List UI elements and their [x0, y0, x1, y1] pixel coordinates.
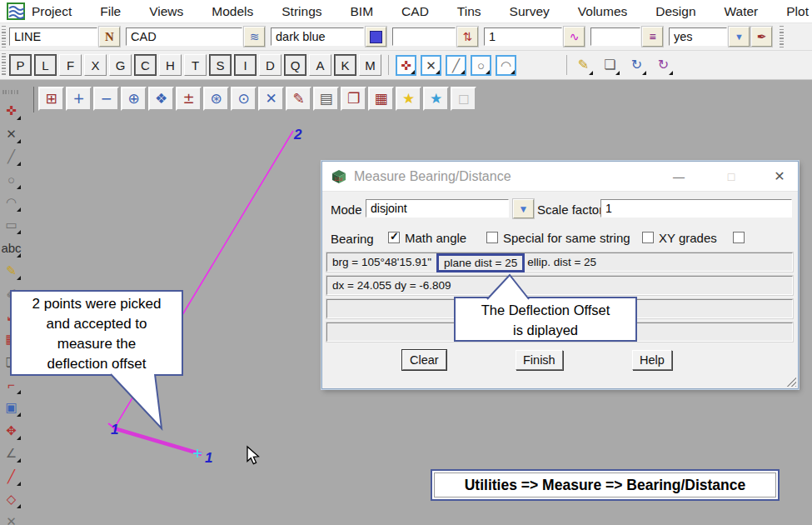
star-yellow-icon[interactable]: ★ [396, 87, 421, 111]
eyedropper-icon[interactable]: ✒ [751, 27, 772, 47]
snap-letter-button[interactable]: H [159, 54, 182, 76]
image-icon[interactable]: ▣ [2, 398, 21, 417]
snap-letter-button[interactable]: G [109, 54, 132, 76]
checkbox-box[interactable]: ✓ [733, 232, 745, 243]
point-dropdown-icon[interactable]: ▼ [729, 27, 750, 47]
pan-zoom-icon[interactable]: ⊕ [121, 87, 147, 111]
zoom-previous-icon[interactable]: ⊙ [231, 87, 257, 111]
menu-item[interactable]: Tins [457, 4, 481, 19]
colour-swatch-icon[interactable] [366, 27, 386, 47]
plot-view-icon[interactable]: ⊞ [38, 87, 64, 111]
close-button[interactable]: ✕ [769, 167, 790, 187]
cross-create-icon[interactable]: ✕ [2, 124, 21, 143]
menu-item[interactable]: Plot [786, 4, 809, 19]
extra-checkbox[interactable]: ✓ [733, 231, 750, 244]
math-angle-checkbox[interactable]: ✓ Math angle [388, 231, 466, 244]
sidebar-grip[interactable] [2, 90, 19, 94]
pan-hand-icon[interactable]: ❖ [148, 87, 174, 111]
height-z-icon[interactable]: ⇅ [457, 27, 478, 47]
menu-item[interactable]: Views [149, 4, 183, 19]
xy-grades-checkbox[interactable]: ✓ XY grades [642, 231, 717, 244]
text-create-icon[interactable]: abc [2, 238, 21, 258]
model-layers-icon[interactable]: ≋ [244, 27, 265, 47]
snap-letter-button[interactable]: F [59, 54, 82, 76]
cad-name-input[interactable] [9, 28, 97, 46]
checkbox-box[interactable]: ✓ [486, 232, 498, 243]
mode-dropdown-icon[interactable]: ▼ [513, 199, 534, 218]
weight-style-icon[interactable]: ∿ [564, 27, 585, 47]
delete-point-icon[interactable]: ✕ [2, 512, 21, 525]
redraw-icon[interactable]: ✕ [258, 87, 284, 111]
colour-line-icon[interactable]: ╱ [2, 467, 21, 486]
copy-view-icon[interactable]: ❐ [341, 87, 366, 111]
cad-height-input[interactable] [392, 28, 456, 46]
cad-model-input[interactable] [126, 28, 242, 46]
mode-input[interactable] [366, 199, 509, 218]
brush-icon[interactable]: ✎ [286, 87, 311, 111]
arc-create-icon[interactable]: ◠ [2, 192, 21, 212]
dialog-resize-grip[interactable] [786, 377, 796, 387]
corner-edit-icon[interactable]: ⌐ [2, 375, 21, 394]
zoom-in-icon[interactable]: + [66, 87, 92, 111]
line-create-icon[interactable]: ╱ [2, 147, 21, 166]
menu-item[interactable]: Water [725, 4, 759, 19]
snap-letter-button[interactable]: S [209, 54, 232, 76]
circle-snap-icon[interactable]: ○ [471, 55, 491, 76]
restring-icon[interactable]: ↻ [627, 56, 646, 75]
snap-letter-button[interactable]: M [359, 54, 381, 76]
fit-view-icon[interactable]: ⊛ [203, 87, 229, 111]
scale-factor-input[interactable] [600, 199, 792, 218]
zoom-scale-icon[interactable]: ± [176, 87, 202, 111]
snap-letter-button[interactable]: L [34, 54, 57, 76]
colours-icon[interactable]: ↻ [654, 56, 673, 75]
snap-letter-button[interactable]: A [309, 54, 331, 76]
controlbar-end-grip[interactable] [780, 26, 784, 48]
menu-item[interactable]: Design [655, 4, 695, 19]
angle-measure-icon[interactable]: ∠ [2, 443, 21, 462]
cad-colour-input[interactable] [271, 28, 364, 46]
menu-item[interactable]: Strings [281, 4, 321, 19]
grid-view-icon[interactable]: ▦ [368, 87, 394, 111]
cross-snap-icon[interactable]: ✕ [421, 55, 441, 76]
rect-create-icon[interactable]: ▭ [2, 215, 21, 234]
polygon-icon[interactable]: ◇ [2, 489, 21, 508]
arc-snap-icon[interactable]: ◠ [496, 55, 516, 76]
snap-letter-button[interactable]: C [134, 54, 157, 76]
page-icon[interactable]: ❏ [600, 56, 620, 75]
maximize-button[interactable]: □ [720, 167, 742, 187]
blank-icon[interactable]: ◻ [451, 87, 476, 111]
snap-letter-button[interactable]: X [84, 54, 107, 76]
snap-letter-button[interactable]: D [259, 54, 281, 76]
cad-style-input[interactable] [590, 28, 640, 46]
snap-letter-button[interactable]: T [184, 54, 207, 76]
cad-weight-input[interactable] [484, 28, 562, 46]
point-create-icon[interactable]: ✜ [2, 101, 21, 120]
special-same-string-checkbox[interactable]: ✓ Special for same string [486, 231, 630, 244]
star-blue-icon[interactable]: ★ [423, 87, 449, 111]
name-box-icon[interactable]: N [99, 27, 120, 47]
clear-button[interactable]: Clear [402, 350, 446, 370]
finish-button[interactable]: Finish [516, 350, 563, 370]
menu-item[interactable]: Survey [510, 4, 550, 19]
minimize-button[interactable]: — [668, 167, 690, 187]
menu-item[interactable]: Project [32, 4, 72, 19]
checkbox-box[interactable]: ✓ [388, 232, 400, 243]
menu-item[interactable]: CAD [401, 4, 429, 19]
symbol-brush-icon[interactable]: ✎ [2, 261, 21, 280]
snapbar-grip[interactable] [2, 53, 6, 77]
drawing-canvas[interactable]: 2 1 1 ⊞+−⊕❖±⊛⊙✕✎▤❐▦★★◻ ✜✕╱○◠▭abc✎✐↙▦❏⌐▣✥… [0, 80, 812, 525]
line-style-icon[interactable]: ≡ [642, 27, 663, 47]
menu-item[interactable]: BIM [351, 4, 374, 19]
print-icon[interactable]: ▤ [313, 87, 339, 111]
snap-letter-button[interactable]: Q [284, 54, 306, 76]
checkbox-box[interactable]: ✓ [642, 232, 654, 243]
menu-item[interactable]: Models [212, 4, 253, 19]
controlbar-grip[interactable] [2, 26, 6, 48]
point-snap-icon[interactable]: ✜ [396, 55, 416, 76]
move-icon[interactable]: ✥ [2, 421, 21, 440]
help-button[interactable]: Help [632, 350, 672, 370]
circle-create-icon[interactable]: ○ [2, 170, 21, 189]
line-snap-icon[interactable]: ╱ [446, 55, 466, 76]
menu-item[interactable]: File [100, 4, 121, 19]
dialog-titlebar[interactable]: 12d Measure Bearing/Distance — □ ✕ [322, 162, 798, 192]
